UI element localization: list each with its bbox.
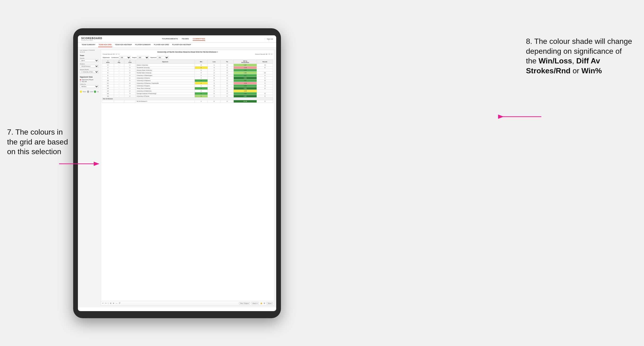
- win-cell: 3: [195, 95, 208, 98]
- conf-cell: 2: [124, 66, 136, 69]
- conf-cell: 3: [124, 85, 136, 87]
- conference-label: Conference: [112, 57, 118, 58]
- loss-cell: 1: [208, 95, 220, 98]
- nav-tab-tournaments[interactable]: TOURNAMENTS: [162, 37, 178, 41]
- region-select[interactable]: (All): [137, 56, 149, 59]
- undo-icon[interactable]: ↩: [102, 302, 104, 304]
- name-cell: Texas Tech University: [136, 87, 195, 90]
- grid-panel: University of North Carolina Head-to-Hea…: [100, 49, 274, 306]
- tie-cell: 0: [220, 77, 234, 79]
- win-cell: 1: [195, 77, 208, 79]
- rounds-cell: [257, 90, 273, 92]
- dash-icon[interactable]: —: [116, 302, 117, 304]
- rank-cell: 14: [102, 90, 114, 92]
- tie-cell: 0: [220, 66, 234, 69]
- app-header: SCOREBOARD Powered by clippd TOURNAMENTS…: [78, 35, 276, 43]
- rounds-cell: 9: [257, 92, 273, 95]
- diff-cell: 6.62: [234, 95, 256, 98]
- tie-cell: 0: [220, 87, 234, 90]
- nav-tab-committee[interactable]: COMMITTEE: [193, 37, 205, 41]
- view-original[interactable]: View: Original: [239, 302, 250, 305]
- division-record: Division Record: 88 - 17 - 0: [255, 53, 272, 55]
- name-cell: Vanderbilt University: [136, 66, 195, 69]
- reg-cell: -: [114, 69, 124, 72]
- division-select[interactable]: NCAA Division I: [80, 65, 99, 68]
- conf-cell: 1: [124, 69, 136, 72]
- th-rounds: Rounds: [257, 60, 273, 64]
- grid-subtitle: Overall Record: 89 - 17 - 0 Division Rec…: [101, 53, 274, 56]
- rank-cell: 4: [102, 69, 114, 72]
- share-button[interactable]: Share: [266, 302, 273, 305]
- tie-cell: 0: [220, 74, 234, 77]
- reg-cell: -: [114, 72, 124, 74]
- tie-cell: 0: [220, 90, 234, 92]
- loss-cell: 2: [208, 72, 220, 74]
- nav-tab-teams[interactable]: TEAMS: [182, 37, 189, 41]
- diff-cell: 2.61: [234, 79, 256, 82]
- loss-cell: 0: [208, 92, 220, 95]
- out-of-division-row: NCAA Division II 1 0 0 26.00 3: [102, 100, 273, 103]
- plus-icon[interactable]: ⊕: [113, 302, 114, 304]
- watch-button[interactable]: Watch ▾: [252, 302, 259, 305]
- diff-cell: 2.33: [234, 85, 256, 87]
- legend: Down Level Up: [80, 91, 99, 93]
- opponent-select[interactable]: (All): [157, 56, 169, 59]
- rounds-cell: 8: [257, 79, 273, 82]
- conference-select[interactable]: (All): [119, 56, 131, 59]
- conf-cell: 5: [124, 79, 136, 82]
- table-header-row: #Rank #Reg #Conf Opponent Win Loss Tie D…: [102, 60, 273, 64]
- sub-tab-team-h2h-heatmap[interactable]: TEAM H2H HEATMAP: [114, 43, 132, 47]
- sub-tab-player-summary[interactable]: PLAYER SUMMARY: [135, 43, 151, 47]
- table-row: 2 - 1 Auburn University 2 1 0 1.67 9: [102, 64, 273, 66]
- diff-cell: -2.29: [234, 66, 256, 69]
- sub-tab-player-h2h-grid[interactable]: PLAYER H2H GRID: [154, 43, 169, 47]
- redo-icon[interactable]: ↪: [105, 302, 106, 304]
- colour-by-select[interactable]: Win/loss: [80, 85, 99, 88]
- legend-up: [94, 91, 96, 93]
- conf-cell: 2: [124, 74, 136, 77]
- win-cell: 0: [195, 66, 208, 69]
- bottom-toolbar: ↩ ↪ ⟩ ⊞ ⊕ — ⏱ View: Original Watch ▾ 👍 ⊞…: [101, 301, 274, 305]
- conf-cell: 2: [124, 90, 136, 92]
- reg-cell: -: [114, 92, 124, 95]
- thumbs-icon[interactable]: 👍: [260, 302, 262, 304]
- th-loss: Loss: [208, 60, 220, 64]
- rounds-cell: 12: [257, 72, 273, 74]
- table-wrapper[interactable]: #Rank #Reg #Conf Opponent Win Loss Tie D…: [101, 60, 274, 301]
- tie-cell: 0: [220, 72, 234, 74]
- reg-cell: -: [114, 90, 124, 92]
- conf-cell: 1: [124, 77, 136, 79]
- school-select[interactable]: 1. University of Nort...: [80, 70, 99, 73]
- tie-cell: 0: [220, 64, 234, 66]
- sub-tab-player-h2h-heatmap[interactable]: PLAYER H2H HEATMAP: [172, 43, 192, 47]
- ood-rank: [102, 100, 114, 103]
- radio-opponents-played[interactable]: Opponents Played: [80, 79, 99, 80]
- filters-row: Opponents: Conference (All) Region (All): [101, 56, 274, 60]
- rounds-cell: 9: [257, 87, 273, 90]
- loss-cell: 3: [208, 82, 220, 85]
- reg-cell: -: [114, 74, 124, 77]
- tie-cell: 0: [220, 92, 234, 95]
- logo-area: SCOREBOARD Powered by clippd: [81, 37, 102, 41]
- sign-out[interactable]: Sign out: [265, 38, 273, 40]
- loss-cell: 0: [208, 74, 220, 77]
- table-row: 3 - 2 Vanderbilt University 0 4 0 -2.29 …: [102, 66, 273, 69]
- grid-icon[interactable]: ⊞: [264, 302, 265, 304]
- table-row: 11 - 6 University of Arkansas, Fayettevi…: [102, 82, 273, 85]
- filter-conference: Conference (All): [112, 56, 131, 59]
- colour-by-label: Colour by: [80, 83, 99, 85]
- loss-cell: 4: [208, 66, 220, 69]
- radio-top100[interactable]: Top 100: [80, 81, 99, 82]
- conf-cell: 1: [124, 64, 136, 66]
- win-cell: 3: [195, 87, 208, 90]
- sub-tab-team-h2h-grid[interactable]: TEAM H2H GRID: [98, 43, 112, 47]
- clock-icon[interactable]: ⏱: [119, 302, 120, 304]
- skip-icon[interactable]: ⟩: [108, 302, 108, 304]
- loss-cell: 1: [208, 64, 220, 66]
- th-rank: #Rank: [102, 60, 114, 64]
- sub-tab-team-summary[interactable]: TEAM SUMMARY: [81, 43, 96, 47]
- radio-group: Opponents Played Top 100: [80, 79, 99, 82]
- copy-icon[interactable]: ⊞: [110, 302, 112, 304]
- th-reg: #Reg: [114, 60, 124, 64]
- gender-select[interactable]: Men's: [80, 59, 99, 62]
